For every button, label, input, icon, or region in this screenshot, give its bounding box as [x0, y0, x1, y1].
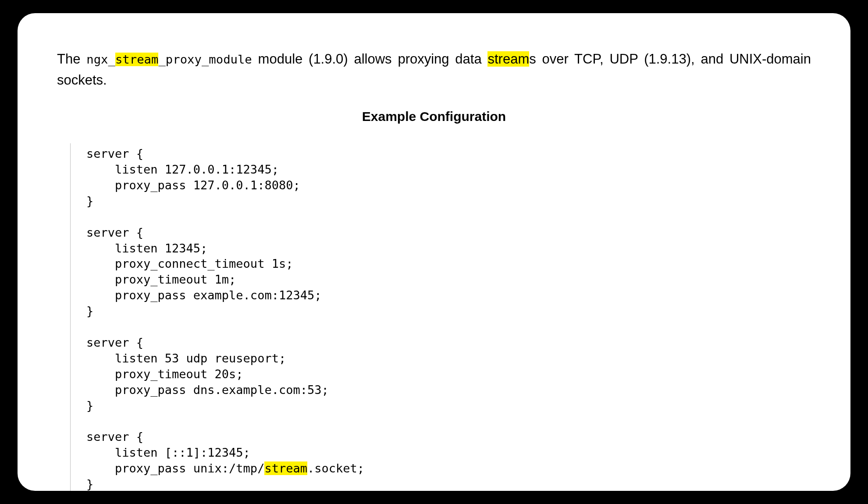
stream-highlight: stream	[487, 51, 529, 67]
code-line: server {	[86, 147, 143, 160]
document-card: The ngx_stream_proxy_module module (1.9.…	[18, 13, 850, 491]
code-highlight: stream	[264, 461, 307, 475]
code-line: proxy_connect_timeout 1s;	[86, 257, 293, 270]
code-line: proxy_pass example.com:12345;	[86, 288, 321, 302]
intro-text: module (1.9.0) allows proxying data	[252, 51, 488, 67]
code-text: .socket;	[307, 461, 364, 475]
module-name: ngx_stream_proxy_module	[86, 53, 252, 66]
intro-paragraph: The ngx_stream_proxy_module module (1.9.…	[57, 49, 811, 91]
module-name-post: _proxy_module	[158, 53, 252, 66]
code-line: }	[86, 477, 93, 491]
code-line: proxy_timeout 20s;	[86, 367, 243, 381]
code-line: server {	[86, 226, 143, 239]
code-line: proxy_pass 127.0.0.1:8080;	[86, 178, 300, 192]
code-line: listen [::1]:12345;	[86, 446, 250, 459]
example-code-block: server { listen 127.0.0.1:12345; proxy_p…	[70, 143, 811, 491]
code-line: }	[86, 304, 93, 318]
code-line: }	[86, 399, 93, 412]
code-line: }	[86, 194, 93, 208]
code-line: server {	[86, 430, 143, 444]
code-line: proxy_pass unix:/tmp/stream.socket;	[86, 461, 364, 475]
code-text: proxy_pass unix:/tmp/	[86, 461, 264, 475]
section-title: Example Configuration	[57, 109, 811, 124]
intro-text: The	[57, 51, 86, 67]
code-line: listen 127.0.0.1:12345;	[86, 163, 279, 176]
code-line: proxy_pass dns.example.com:53;	[86, 383, 329, 397]
code-line: proxy_timeout 1m;	[86, 273, 236, 286]
code-line: listen 53 udp reuseport;	[86, 351, 286, 365]
code-line: server {	[86, 336, 143, 349]
module-name-pre: ngx_	[86, 53, 115, 66]
module-name-highlight: stream	[115, 53, 159, 66]
code-line: listen 12345;	[86, 241, 207, 255]
